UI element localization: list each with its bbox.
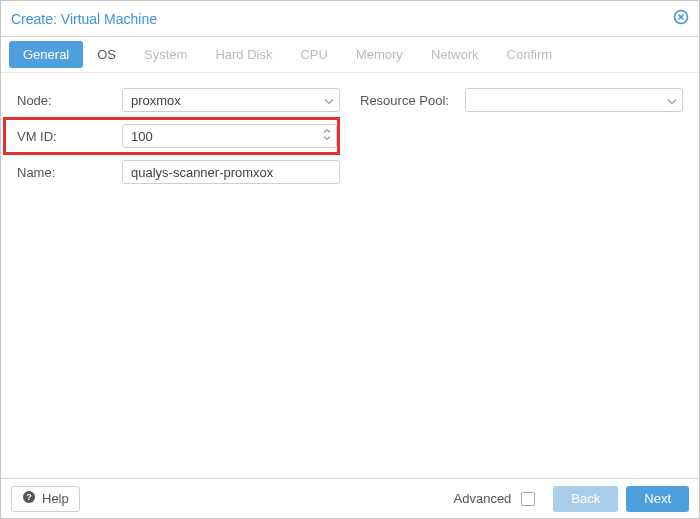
help-icon: ? [22,490,36,507]
form-content: Node: proxmox VM ID: [1,73,699,478]
dialog-footer: ? Help Advanced Back Next [1,478,699,518]
dialog-title: Create: Virtual Machine [11,11,673,27]
help-label: Help [42,491,69,506]
advanced-label: Advanced [454,491,512,506]
tab-harddisk: Hard Disk [201,41,286,68]
close-icon[interactable] [673,9,689,28]
vmid-input[interactable] [131,129,312,144]
node-combobox[interactable]: proxmox [122,88,340,112]
create-vm-dialog: Create: Virtual Machine General OS Syste… [0,0,700,519]
vmid-label: VM ID: [17,129,122,144]
wizard-tabs: General OS System Hard Disk CPU Memory N… [1,37,699,73]
tab-system: System [130,41,201,68]
tab-os[interactable]: OS [83,41,130,68]
name-field[interactable] [122,160,340,184]
name-row: Name: [17,157,340,187]
tab-cpu: CPU [286,41,341,68]
next-button[interactable]: Next [626,486,689,512]
resource-pool-label: Resource Pool: [360,93,465,108]
dialog-titlebar: Create: Virtual Machine [1,1,699,37]
tab-general[interactable]: General [9,41,83,68]
svg-text:?: ? [26,492,32,502]
help-button[interactable]: ? Help [11,486,80,512]
back-button: Back [553,486,618,512]
vmid-spinner[interactable] [122,124,337,148]
advanced-checkbox[interactable] [521,492,535,506]
node-value: proxmox [131,93,181,108]
node-row: Node: proxmox [17,85,340,115]
node-label: Node: [17,93,122,108]
tab-network: Network [417,41,493,68]
name-input[interactable] [131,165,331,180]
vmid-row: VM ID: [3,117,340,155]
tab-memory: Memory [342,41,417,68]
resource-pool-row: Resource Pool: [360,85,683,115]
resource-pool-combobox[interactable] [465,88,683,112]
tab-confirm: Confirm [493,41,567,68]
name-label: Name: [17,165,122,180]
